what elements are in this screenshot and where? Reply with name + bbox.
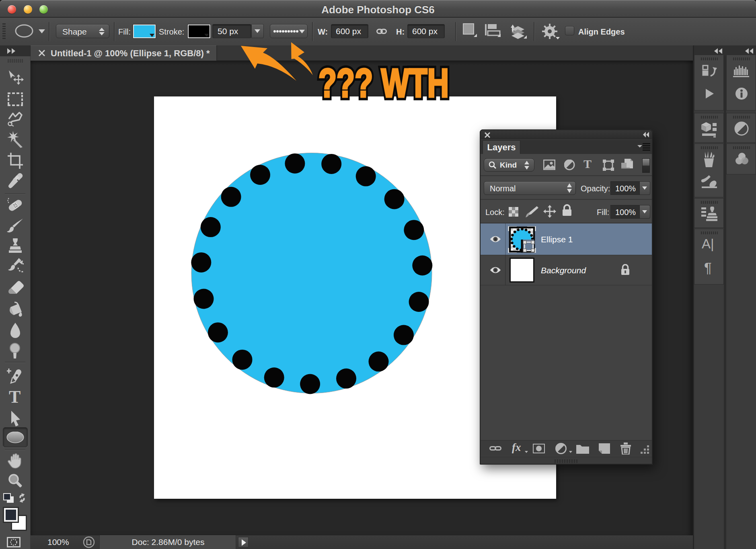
- svg-text:??? WTH: ??? WTH: [318, 60, 449, 105]
